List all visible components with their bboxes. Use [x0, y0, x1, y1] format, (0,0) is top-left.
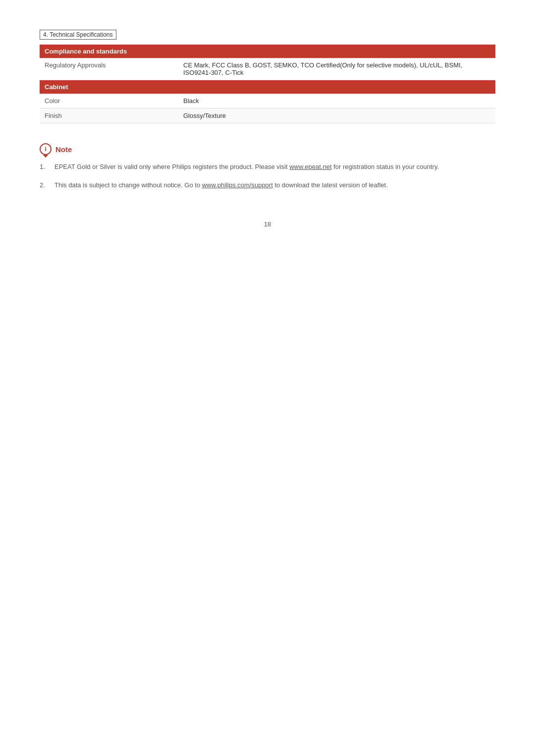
- note-item-text: This data is subject to change without n…: [54, 180, 388, 191]
- note-item-text: EPEAT Gold or Silver is valid only where…: [54, 162, 439, 172]
- row-label: Finish: [40, 108, 178, 123]
- note-item-link[interactable]: www.philips.com/support: [202, 181, 273, 189]
- section-heading: 4. Technical Specifications: [40, 30, 116, 40]
- page-number: 18: [40, 220, 495, 228]
- category-row: Compliance and standards: [40, 45, 495, 58]
- table-row: FinishGlossy/Texture: [40, 108, 495, 123]
- note-icon: i: [40, 143, 52, 155]
- row-label: Color: [40, 94, 178, 108]
- row-value: Glossy/Texture: [178, 108, 495, 123]
- note-item: 2.This data is subject to change without…: [40, 180, 495, 191]
- note-title: i Note: [40, 143, 495, 155]
- row-value: Black: [178, 94, 495, 108]
- row-label: Regulatory Approvals: [40, 58, 178, 80]
- note-item-number: 1.: [40, 162, 50, 172]
- note-list: 1.EPEAT Gold or Silver is valid only whe…: [40, 162, 495, 191]
- table-row: ColorBlack: [40, 94, 495, 108]
- table-row: Regulatory ApprovalsCE Mark, FCC Class B…: [40, 58, 495, 80]
- category-row: Cabinet: [40, 80, 495, 94]
- note-item: 1.EPEAT Gold or Silver is valid only whe…: [40, 162, 495, 172]
- note-section: i Note 1.EPEAT Gold or Silver is valid o…: [40, 143, 495, 191]
- row-value: CE Mark, FCC Class B, GOST, SEMKO, TCO C…: [178, 58, 495, 80]
- note-title-text: Note: [55, 145, 72, 154]
- section-heading-wrapper: 4. Technical Specifications: [40, 30, 495, 45]
- note-item-link[interactable]: www.epeat.net: [289, 163, 331, 170]
- spec-table: Compliance and standardsRegulatory Appro…: [40, 45, 495, 123]
- note-item-number: 2.: [40, 180, 50, 191]
